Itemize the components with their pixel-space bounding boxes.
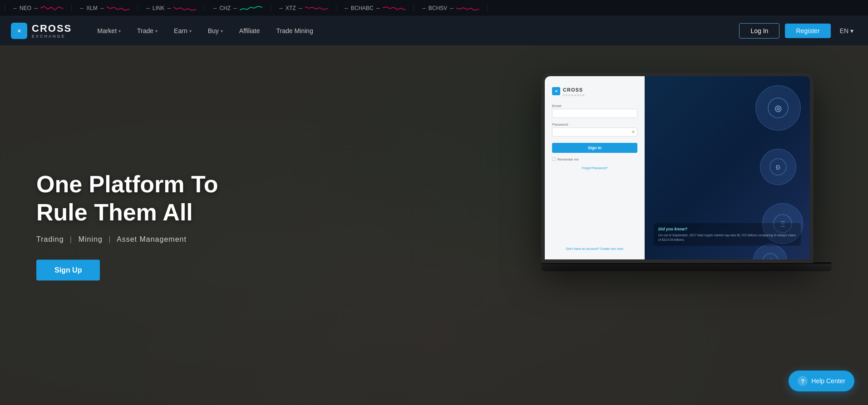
coin-dash: Ð xyxy=(760,149,796,185)
help-center-button[interactable]: ? Help Center xyxy=(789,371,854,391)
login-logo-icon: ✕ xyxy=(552,87,560,95)
hero-section: One Platform To Rule Them All Trading | … xyxy=(0,45,868,405)
svg-text:✕: ✕ xyxy=(555,89,558,93)
sparkline-neo xyxy=(40,5,63,12)
signup-button[interactable]: Sign Up xyxy=(36,260,100,281)
svg-text:₿: ₿ xyxy=(769,258,772,259)
ticker-item[interactable]: -- NEO -- xyxy=(5,5,72,12)
ticker-symbol: LINK xyxy=(153,5,165,11)
chevron-down-icon: ▾ xyxy=(221,29,223,34)
sparkline-xtz xyxy=(305,5,328,12)
login-panel: ✕ CROSS EXCHANGE Email Password xyxy=(545,76,645,259)
ticker-symbol: NEO xyxy=(20,5,31,11)
help-center-label: Help Center xyxy=(811,377,845,385)
language-selector[interactable]: EN ▾ xyxy=(836,25,857,36)
hero-content: One Platform To Rule Them All Trading | … xyxy=(36,170,218,281)
crypto-panel: ◎ Ð Ξ ₿ Did you know? xyxy=(645,76,810,259)
ticker-item[interactable]: -- LINK -- xyxy=(138,5,205,12)
svg-text:✕: ✕ xyxy=(17,29,21,34)
nav-item-market[interactable]: Market ▾ xyxy=(90,24,128,38)
laptop-mockup: ✕ CROSS EXCHANGE Email Password xyxy=(541,73,850,381)
remember-me-row: Remember me xyxy=(552,157,637,161)
register-button[interactable]: Register xyxy=(785,24,830,38)
nav-item-trade-mining[interactable]: Trade Mining xyxy=(269,24,320,38)
hero-subtitle: Trading | Mining | Asset Management xyxy=(36,235,218,244)
ticker-item[interactable]: -- BCHABC -- xyxy=(336,5,414,12)
dyk-title: Did you know? xyxy=(658,227,796,231)
login-logo-text: CROSS xyxy=(563,87,583,93)
ticker-item[interactable]: -- CHZ -- xyxy=(205,5,271,12)
ticker-item[interactable]: -- XTZ -- xyxy=(271,5,336,12)
nav-item-affiliate[interactable]: Affiliate xyxy=(232,24,267,38)
logo[interactable]: ✕ CROSS EXCHANGE xyxy=(11,23,72,39)
no-account-text: Don't have an account? Create one now! xyxy=(552,247,637,250)
ticker-symbol: BCHABC xyxy=(351,5,374,11)
ticker-item[interactable]: -- XLM -- xyxy=(72,5,138,12)
logo-text: CROSS xyxy=(32,24,72,34)
ticker-item[interactable]: -- BCHSV -- xyxy=(414,5,488,12)
nav-links: Market ▾ Trade ▾ Earn ▾ Buy ▾ Affiliate … xyxy=(90,24,739,38)
ticker-symbol: XTZ xyxy=(286,5,296,11)
hero-title: One Platform To Rule Them All xyxy=(36,170,218,226)
password-label: Password xyxy=(552,122,637,127)
eye-icon: 👁 xyxy=(631,130,635,134)
chevron-down-icon: ▾ xyxy=(155,29,158,34)
logo-subtext: EXCHANGE xyxy=(32,34,72,39)
nav-item-earn[interactable]: Earn ▾ xyxy=(167,24,199,38)
help-icon: ? xyxy=(798,376,808,386)
create-account-link[interactable]: Create one now! xyxy=(600,247,623,250)
email-input-mock[interactable] xyxy=(552,109,637,118)
svg-text:◎: ◎ xyxy=(774,104,782,113)
ticker-bar: -- NEO -- -- XLM -- -- LINK -- -- CHZ --… xyxy=(0,0,868,16)
ticker-symbol: CHZ xyxy=(219,5,231,11)
ticker-symbol: XLM xyxy=(86,5,98,11)
email-field-group: Email xyxy=(552,104,637,118)
password-input-mock[interactable]: 👁 xyxy=(552,127,637,137)
sparkline-bchabc xyxy=(383,5,405,12)
laptop-screen-outer: ✕ CROSS EXCHANGE Email Password xyxy=(541,73,814,263)
logo-icon: ✕ xyxy=(11,23,27,39)
chevron-down-icon: ▾ xyxy=(118,29,121,34)
laptop-screen: ✕ CROSS EXCHANGE Email Password xyxy=(545,76,810,259)
laptop-base xyxy=(541,262,832,271)
nav-right: Log In Register EN ▾ xyxy=(739,23,857,39)
forgot-password-link[interactable]: Forgot Password? xyxy=(552,166,637,170)
email-label: Email xyxy=(552,104,637,108)
sparkline-chz xyxy=(240,5,262,12)
coin-btc: ₿ xyxy=(753,244,787,259)
nav-item-trade[interactable]: Trade ▾ xyxy=(130,24,165,38)
sparkline-link xyxy=(173,5,196,12)
ticker-symbol: BCHSV xyxy=(429,5,447,11)
sparkline-bchsv xyxy=(456,5,479,12)
sparkline-xlm xyxy=(107,5,129,12)
remember-checkbox[interactable] xyxy=(552,157,556,161)
password-field-group: Password 👁 xyxy=(552,122,637,137)
navbar: ✕ CROSS EXCHANGE Market ▾ Trade ▾ Earn ▾… xyxy=(0,16,868,45)
sign-in-button[interactable]: Sign In xyxy=(552,143,637,153)
login-logo: ✕ CROSS EXCHANGE xyxy=(552,85,637,97)
chevron-down-icon: ▾ xyxy=(850,27,853,34)
coin-ripple: ◎ xyxy=(755,85,801,131)
login-button[interactable]: Log In xyxy=(739,23,779,39)
nav-item-buy[interactable]: Buy ▾ xyxy=(201,24,230,38)
dyk-text: On out of September, 2017 total crypto m… xyxy=(658,233,796,242)
login-logo-sub: EXCHANGE xyxy=(563,94,586,97)
cross-icon-small: ✕ xyxy=(553,88,559,94)
did-you-know-panel: Did you know? On out of September, 2017 … xyxy=(654,223,801,246)
chevron-down-icon: ▾ xyxy=(189,29,192,34)
svg-text:Ð: Ð xyxy=(776,164,780,171)
